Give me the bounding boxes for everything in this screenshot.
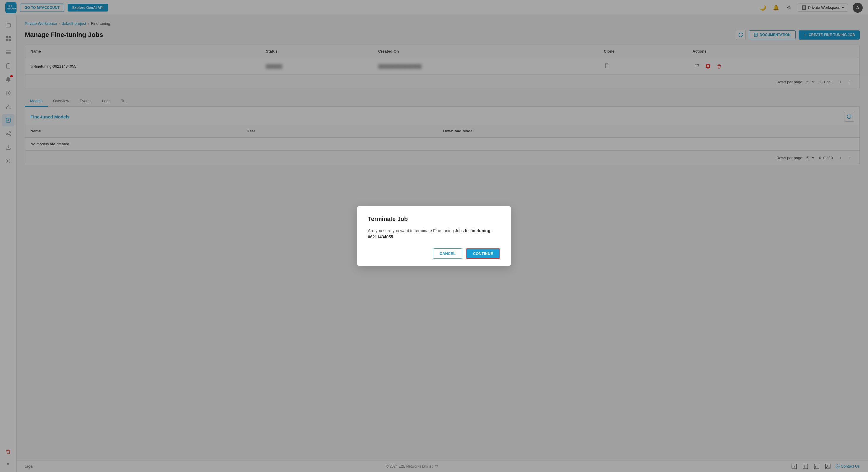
modal-overlay[interactable]: Terminate Job Are you sure you want to t… [0, 0, 868, 171]
